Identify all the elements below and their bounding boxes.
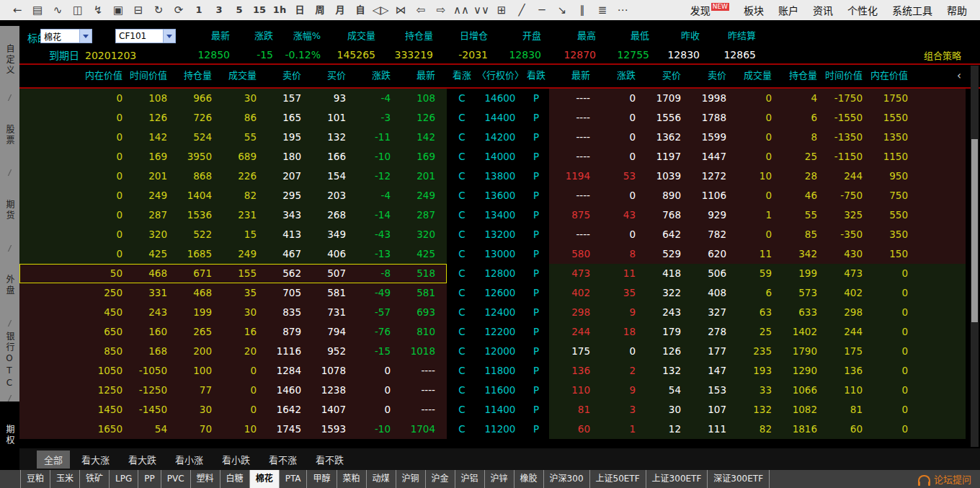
period-week-button[interactable]: 周 — [311, 1, 329, 19]
instrument-tab-白糖[interactable]: 白糖 — [220, 470, 249, 488]
prev-page-icon[interactable]: ‹ — [957, 65, 961, 86]
save-icon[interactable]: ⊟ — [130, 1, 147, 19]
option-row[interactable]: 02871536231343268-14287C13400P8754376892… — [19, 205, 966, 225]
menu-个性化[interactable]: 个性化 — [847, 3, 878, 17]
instrument-tab-沪铜[interactable]: 沪铜 — [396, 470, 425, 488]
back-icon[interactable]: ← — [9, 1, 26, 19]
period-custom-button[interactable]: 自 — [352, 1, 369, 19]
menu-帮助[interactable]: 帮助 — [947, 3, 967, 17]
grid-layout-icon[interactable]: ⊞ — [493, 1, 510, 19]
more-icon[interactable]: ⋯ — [614, 1, 631, 19]
option-row[interactable]: 032052215413349-43320C13200P----06427820… — [19, 225, 966, 244]
quote-board-icon[interactable]: ▤ — [29, 1, 46, 19]
filter-tab-看大涨[interactable]: 看大涨 — [74, 451, 117, 469]
filter-tab-看不跌[interactable]: 看不跌 — [308, 451, 351, 469]
instrument-tab-动煤[interactable]: 动煤 — [366, 470, 396, 488]
option-row[interactable]: 45024319930835731-57693C12400P2989243327… — [19, 303, 966, 322]
parallel-lines-icon[interactable]: ∥ — [574, 1, 591, 19]
instrument-tab-塑料[interactable]: 塑料 — [190, 470, 220, 488]
instrument-tab-玉米[interactable]: 玉米 — [50, 470, 79, 488]
instrument-tab-沪金[interactable]: 沪金 — [425, 470, 455, 488]
period-1min-button[interactable]: 1 — [190, 1, 208, 19]
scrollbar-thumb[interactable] — [971, 139, 978, 322]
period-1hour-button[interactable]: 1h — [271, 1, 288, 19]
option-row[interactable]: 1450-1450300164214070----C11400P81330107… — [19, 400, 966, 420]
instrument-tab-上证300ETF[interactable]: 上证300ETF — [646, 470, 708, 488]
underlying-select[interactable]: 棉花 — [40, 29, 92, 43]
instrument-tab-豆粕[interactable]: 豆粕 — [20, 470, 50, 488]
vertical-scrollbar[interactable] — [971, 66, 979, 447]
option-row[interactable]: 012672686165101-3126C14400P----015561788… — [19, 108, 966, 128]
split-pane-icon[interactable]: ◁▷ — [372, 1, 389, 19]
option-row[interactable]: 01693950689180166-10169C14000P----011971… — [19, 147, 966, 167]
sidebar-tab-自定义[interactable]: 自定义 — [0, 26, 19, 94]
period-5min-button[interactable]: 5 — [231, 1, 248, 19]
line-chart-icon[interactable]: ∿ — [49, 1, 66, 19]
instrument-tab-LPG[interactable]: LPG — [109, 470, 138, 488]
instrument-tab-PTA[interactable]: PTA — [279, 470, 307, 488]
option-row[interactable]: 04251685249467406-13425C13000P5808529620… — [19, 244, 966, 264]
indicator-refresh-icon[interactable]: ⟳ — [170, 1, 187, 19]
tick-chart-icon[interactable]: ↯ — [89, 1, 107, 19]
instrument-tab-菜粕[interactable]: 菜粕 — [337, 470, 366, 488]
option-row[interactable]: 014252455195132-11142C14200P----01362159… — [19, 128, 966, 147]
option-row[interactable]: 0249140482295203-4249C13600P----08901106… — [19, 186, 966, 205]
page-left-icon[interactable]: ⇦ — [412, 1, 429, 19]
instrument-tab-铁矿[interactable]: 铁矿 — [79, 470, 109, 488]
filter-tab-看小涨[interactable]: 看小涨 — [168, 451, 210, 469]
instrument-tab-甲醇[interactable]: 甲醇 — [306, 470, 336, 488]
sidebar-tab-银行OTC[interactable]: 银行OTC — [0, 327, 19, 395]
trend-line-icon[interactable]: ╱ — [513, 1, 530, 19]
period-day-button[interactable]: 日 — [291, 1, 308, 19]
instrument-tab-沪铝[interactable]: 沪铝 — [455, 470, 484, 488]
period-3min-button[interactable]: 3 — [210, 1, 228, 19]
option-row[interactable]: 25033146835705581-49581C12600P4023532240… — [19, 283, 966, 303]
double-down-icon[interactable]: ∨∨ — [473, 1, 490, 19]
instrument-tab-上证50ETF[interactable]: 上证50ETF — [589, 470, 646, 488]
option-row[interactable]: 01089663015793-4108C14600P----0170919980… — [19, 89, 966, 108]
option-row[interactable]: 0201868226207154-12201C13800P11945310391… — [19, 167, 966, 186]
instrument-tab-沪锌[interactable]: 沪锌 — [484, 470, 514, 488]
instrument-tab-深证300ETF[interactable]: 深证300ETF — [707, 470, 770, 488]
merge-pane-icon[interactable]: ⋈ — [392, 1, 409, 19]
instrument-tab-沪深300[interactable]: 沪深300 — [543, 470, 589, 488]
option-row[interactable]: 165054701017451593-101704C11200P60112111… — [19, 420, 966, 439]
menu-发现[interactable]: 发现NEW — [690, 3, 729, 17]
instrument-tab-橡胶[interactable]: 橡胶 — [514, 470, 543, 488]
sidebar-tab-期货[interactable]: 期货 — [0, 176, 19, 244]
combo-strategy-link[interactable]: 组合策略 — [924, 48, 961, 62]
menu-系统工具[interactable]: 系统工具 — [892, 3, 932, 17]
call-side: 032052215413349-43320 — [19, 225, 447, 244]
double-up-icon[interactable]: ∧∧ — [453, 1, 470, 19]
option-row[interactable]: 65016026516879794-76810C12200P2441817927… — [19, 322, 966, 342]
instrument-tab-PP[interactable]: PP — [138, 470, 160, 488]
option-row[interactable]: 1250-1250770146012380----C11600P11095415… — [19, 381, 966, 400]
menu-板块[interactable]: 板块 — [744, 3, 764, 17]
filter-tab-看不涨[interactable]: 看不涨 — [262, 451, 304, 469]
text-label-icon[interactable]: ≣ — [594, 1, 611, 19]
sidebar-tab-期权[interactable]: 期权 — [0, 402, 19, 470]
period-month-button[interactable]: 月 — [331, 1, 349, 19]
filter-tab-看大跌[interactable]: 看大跌 — [121, 451, 164, 469]
refresh-icon[interactable]: ↻ — [150, 1, 167, 19]
sidebar-tab-外盘[interactable]: 外盘 — [0, 252, 19, 320]
instrument-tab-棉花[interactable]: 棉花 — [249, 470, 279, 488]
forum-link[interactable]: 论坛提问 — [918, 472, 971, 486]
option-row[interactable]: 1050-10501000128410780----C11800P1362132… — [19, 361, 966, 381]
option-row[interactable]: 50468671155562507-8518C12800P47311418506… — [19, 264, 966, 283]
sidebar-tab-股票[interactable]: 股票 — [0, 101, 19, 169]
instrument-tab-PVC[interactable]: PVC — [161, 470, 190, 488]
spacer-cell — [19, 147, 82, 167]
horizontal-line-icon[interactable]: ─ — [533, 1, 551, 19]
menu-账户[interactable]: 账户 — [778, 3, 798, 17]
candlestick-icon[interactable]: ◫ — [69, 1, 86, 19]
filter-tab-看小跌[interactable]: 看小跌 — [215, 451, 257, 469]
period-15min-button[interactable]: 15 — [251, 1, 268, 19]
contract-select[interactable]: CF101 — [115, 29, 176, 43]
order-ticket-icon[interactable]: ▣ — [110, 1, 127, 19]
filter-tab-全部[interactable]: 全部 — [37, 451, 70, 469]
arrow-line-icon[interactable]: ↘ — [553, 1, 571, 19]
page-right-icon[interactable]: ⇨ — [432, 1, 450, 19]
option-row[interactable]: 850168200201116952-151018C12000P17501261… — [19, 342, 966, 361]
menu-资讯[interactable]: 资讯 — [813, 3, 833, 17]
